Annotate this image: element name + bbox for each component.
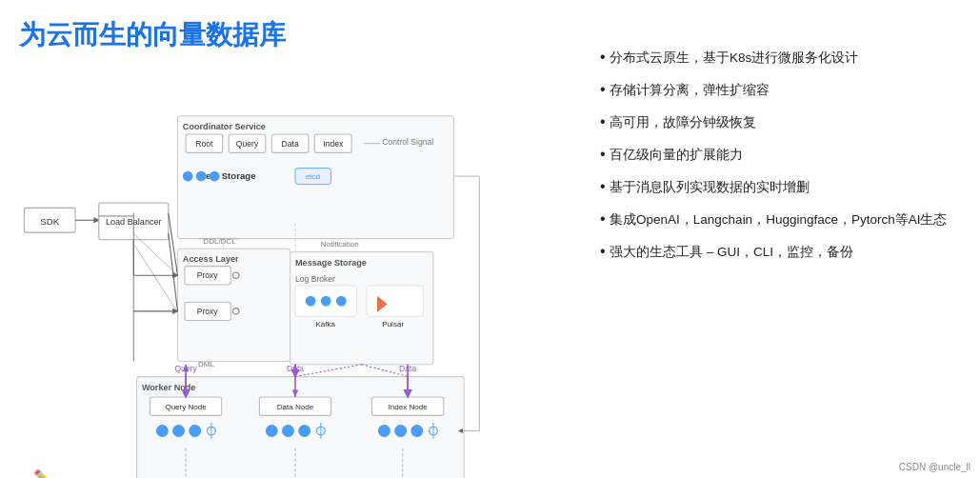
svg-rect-49 bbox=[367, 286, 423, 316]
svg-text:Access Layer: Access Layer bbox=[183, 254, 239, 264]
svg-point-46 bbox=[321, 296, 331, 307]
svg-point-70 bbox=[378, 425, 390, 437]
svg-point-19 bbox=[196, 171, 207, 182]
svg-point-64 bbox=[282, 425, 294, 437]
svg-point-47 bbox=[336, 296, 347, 307]
svg-text:Query: Query bbox=[236, 139, 259, 149]
svg-line-116 bbox=[295, 365, 362, 377]
svg-text:Data: Data bbox=[282, 139, 299, 149]
svg-point-71 bbox=[394, 425, 407, 437]
svg-point-45 bbox=[306, 296, 316, 307]
svg-text:Index Node: Index Node bbox=[389, 403, 429, 411]
bullet-item-4: 百亿级向量的扩展能力 bbox=[600, 143, 961, 166]
left-section: 为云而生的向量数据库 SDK Load Balancer Coordinator… bbox=[19, 17, 571, 468]
bullet-item-6: 集成OpenAI，Langchain，Huggingface，Pytorch等A… bbox=[600, 208, 961, 230]
bullet-item-2: 存储计算分离，弹性扩缩容 bbox=[600, 78, 961, 101]
svg-point-18 bbox=[183, 171, 193, 182]
right-section: 分布式云原生，基于K8s进行微服务化设计 存储计算分离，弹性扩缩容 高可用，故障… bbox=[571, 17, 961, 468]
svg-text:SDK: SDK bbox=[40, 216, 59, 227]
svg-text:Index: Index bbox=[323, 139, 344, 149]
svg-text:Coordinator Service: Coordinator Service bbox=[183, 122, 266, 131]
bullet-item-1: 分布式云原生，基于K8s进行微服务化设计 bbox=[600, 46, 961, 69]
svg-text:Control Signal: Control Signal bbox=[382, 137, 433, 147]
pencil-icon: ✏️ bbox=[33, 468, 54, 478]
feature-list: 分布式云原生，基于K8s进行微服务化设计 存储计算分离，弹性扩缩容 高可用，故障… bbox=[600, 46, 961, 272]
bullet-item-7: 强大的生态工具 – GUI，CLI，监控，备份 bbox=[600, 240, 961, 263]
page-title: 为云而生的向量数据库 bbox=[19, 17, 571, 53]
diagram-area: SDK Load Balancer Coordinator Service Ro… bbox=[19, 63, 571, 478]
svg-text:Log Broker: Log Broker bbox=[295, 274, 335, 284]
bullet-item-5: 基于消息队列实现数据的实时增删 bbox=[600, 175, 961, 198]
svg-text:Query Node: Query Node bbox=[165, 403, 207, 411]
svg-point-65 bbox=[298, 425, 310, 437]
architecture-diagram: SDK Load Balancer Coordinator Service Ro… bbox=[19, 63, 571, 478]
svg-point-63 bbox=[266, 425, 278, 437]
svg-point-57 bbox=[172, 425, 185, 437]
svg-point-58 bbox=[189, 425, 201, 437]
page-container: 为云而生的向量数据库 SDK Load Balancer Coordinator… bbox=[0, 0, 980, 478]
svg-text:Proxy: Proxy bbox=[197, 270, 219, 280]
svg-text:Notification: Notification bbox=[321, 240, 359, 249]
svg-text:Proxy: Proxy bbox=[197, 307, 219, 316]
svg-text:DML: DML bbox=[198, 360, 215, 368]
svg-text:Message Storage: Message Storage bbox=[295, 258, 367, 268]
bullet-item-3: 高可用，故障分钟级恢复 bbox=[600, 110, 961, 133]
svg-text:Root: Root bbox=[195, 139, 213, 149]
svg-text:etcd: etcd bbox=[306, 172, 320, 181]
svg-text:Kafka: Kafka bbox=[315, 320, 335, 329]
svg-text:Meta Storage: Meta Storage bbox=[198, 170, 256, 181]
svg-text:Data Node: Data Node bbox=[277, 403, 314, 411]
csdn-watermark: CSDN @uncle_ll bbox=[899, 462, 970, 472]
svg-point-20 bbox=[210, 171, 220, 182]
svg-text:Pulsar: Pulsar bbox=[382, 320, 404, 329]
svg-point-56 bbox=[156, 425, 169, 437]
svg-point-72 bbox=[410, 425, 423, 437]
